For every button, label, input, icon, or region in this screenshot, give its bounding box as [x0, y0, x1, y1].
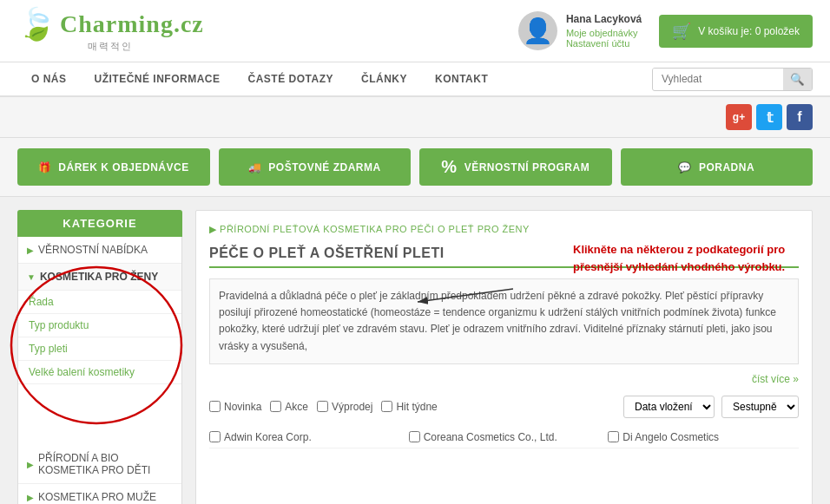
filter-akce[interactable]: Akce — [270, 401, 308, 413]
hit-label: Hit týdne — [396, 401, 437, 413]
read-more-link[interactable]: číst více » — [209, 373, 799, 385]
cart-icon: 🛒 — [672, 22, 691, 41]
coreana-checkbox[interactable] — [409, 431, 420, 442]
promo-bar: 🎁 DÁREK K OBJEDNÁVCE 🚚 POŠTOVNÉ ZDARMA %… — [0, 138, 830, 197]
twitter-icon[interactable]: 𝕥 — [756, 104, 782, 130]
sidebar-item-typ-produktu[interactable]: Typ produktu — [18, 314, 181, 337]
sidebar-item-rada[interactable]: Řada — [18, 291, 181, 314]
advisor-icon: 💬 — [678, 161, 692, 173]
logo[interactable]: 🍃 Charming.cz 매력적인 — [17, 9, 204, 53]
user-area: 👤 Hana Lacyková Moje objednávky Nastaven… — [518, 11, 642, 50]
product-row: Adwin Korea Corp. Coreana Cosmetics Co.,… — [209, 427, 799, 448]
nav-clanky[interactable]: ČLÁNKY — [347, 62, 421, 95]
product-diangelo[interactable]: Di Angelo Cosmetics — [608, 431, 799, 443]
social-bar: g+ 𝕥 f — [0, 97, 830, 138]
sidebar-title: KATEGORIE — [17, 210, 182, 237]
user-info: Hana Lacyková Moje objednávky Nastavení … — [566, 13, 642, 49]
sort-date-select[interactable]: Data vložení — [623, 396, 715, 418]
filter-bar: Novinka Akce Výprodej Hit týdne Data vlo… — [209, 396, 799, 418]
nav-uzitecne[interactable]: UŽITEČNÉ INFORMACE — [81, 62, 234, 95]
vyprodej-label: Výprodej — [332, 401, 372, 413]
akce-label: Akce — [285, 401, 308, 413]
avatar: 👤 — [518, 11, 557, 50]
nav-bar: O NÁS UŽITEČNÉ INFORMACE ČASTÉ DOTAZY ČL… — [0, 62, 830, 97]
diangelo-checkbox[interactable] — [608, 431, 619, 442]
sidebar-item-typ-pleti[interactable]: Typ pleti — [18, 337, 181, 361]
breadcrumb: ▶ PŘÍRODNÍ PLEŤOVÁ KOSMETIKA PRO PÉČI O … — [209, 224, 799, 235]
shipping-button[interactable]: 🚚 POŠTOVNÉ ZDARMA — [219, 148, 412, 186]
orders-link[interactable]: Moje objednávky — [566, 28, 642, 38]
user-name: Hana Lacyková — [566, 13, 642, 25]
section-header: PÉČE O PLEŤ A OŠETŘENÍ PLETI Klikněte na… — [209, 245, 799, 268]
product-cell-3: Di Angelo Cosmetics — [608, 431, 799, 443]
google-plus-icon[interactable]: g+ — [726, 104, 752, 130]
sidebar-item-kosmetika-zeny[interactable]: ▼ KOSMETIKA PRO ŽENY — [18, 264, 181, 291]
filter-hit[interactable]: Hit týdne — [381, 401, 437, 413]
hit-checkbox[interactable] — [381, 401, 392, 412]
site-header: 🍃 Charming.cz 매력적인 👤 Hana Lacyková Moje … — [0, 0, 830, 62]
search-input[interactable] — [653, 69, 783, 89]
coreana-label: Coreana Cosmetics Co., Ltd. — [424, 431, 557, 443]
typ-produktu-label: Typ produktu — [29, 319, 89, 331]
sort-order-select[interactable]: Sestupně — [721, 396, 799, 418]
loyalty-icon: % — [441, 157, 457, 177]
arrow-icon: ▶ — [27, 245, 34, 255]
breadcrumb-arrow: ▶ — [209, 224, 217, 234]
sort-controls: Data vložení Sestupně — [623, 396, 799, 418]
adwin-label: Adwin Korea Corp. — [224, 431, 312, 443]
product-adwin[interactable]: Adwin Korea Corp. — [209, 431, 400, 443]
gift-label: DÁREK K OBJEDNÁVCE — [58, 161, 188, 173]
sidebar-section: ▶ VĚRNOSTNÍ NABÍDKA ▼ KOSMETIKA PRO ŽENY… — [17, 237, 182, 504]
nav-o-nas[interactable]: O NÁS — [17, 62, 81, 95]
sidebar-item-prirodni[interactable]: ▶ PŘÍRODNÍ A BIO KOSMETIKA PRO DĚTI — [18, 445, 181, 484]
novinka-checkbox[interactable] — [209, 401, 221, 412]
velke-label: Velké balení kosmetiky — [29, 366, 135, 378]
adwin-checkbox[interactable] — [209, 431, 221, 442]
cart-area[interactable]: 🛒 V košíku je: 0 položek — [659, 15, 813, 48]
vyprodej-checkbox[interactable] — [317, 401, 328, 412]
product-cell-1: Adwin Korea Corp. — [209, 431, 400, 443]
loyalty-label: VĚRNOSTNÍ PROGRAM — [464, 161, 590, 173]
rada-label: Řada — [29, 296, 54, 308]
prirodni-label: PŘÍRODNÍ A BIO KOSMETIKA PRO DĚTI — [38, 452, 173, 476]
novinka-label: Novinka — [224, 401, 261, 413]
product-coreana[interactable]: Coreana Cosmetics Co., Ltd. — [409, 431, 600, 443]
search-box: 🔍 — [652, 68, 813, 91]
breadcrumb-text: PŘÍRODNÍ PLEŤOVÁ KOSMETIKA PRO PÉČI O PL… — [220, 224, 530, 234]
logo-korean: 매력적인 — [88, 40, 133, 53]
main-content: KATEGORIE ▶ VĚRNOSTNÍ NABÍDKA ▼ KOSMETIK… — [0, 197, 830, 504]
facebook-icon[interactable]: f — [787, 104, 813, 130]
cart-text: V košíku je: 0 položek — [698, 25, 800, 37]
content-area: ▶ PŘÍRODNÍ PLEŤOVÁ KOSMETIKA PRO PÉČI O … — [195, 210, 813, 504]
account-link[interactable]: Nastavení účtu — [566, 38, 642, 49]
akce-checkbox[interactable] — [270, 401, 281, 412]
header-right: 👤 Hana Lacyková Moje objednávky Nastaven… — [518, 11, 813, 50]
gift-button[interactable]: 🎁 DÁREK K OBJEDNÁVCE — [17, 148, 210, 186]
arrow-icon-4: ▶ — [27, 493, 34, 502]
filter-vyprodej[interactable]: Výprodej — [317, 401, 372, 413]
arrow-icon-3: ▶ — [27, 460, 34, 469]
muze-label: KOSMETIKA PRO MUŽE — [38, 491, 156, 503]
sidebar-item-vernostni-label: VĚRNOSTNÍ NABÍDKA — [38, 244, 148, 256]
advisor-label: PORADNA — [699, 161, 754, 173]
product-cell-2: Coreana Cosmetics Co., Ltd. — [409, 431, 600, 443]
diangelo-label: Di Angelo Cosmetics — [622, 431, 719, 443]
sidebar-item-vernostni[interactable]: ▶ VĚRNOSTNÍ NABÍDKA — [18, 237, 181, 264]
search-button[interactable]: 🔍 — [783, 69, 812, 90]
advisor-button[interactable]: 💬 PORADNA — [621, 148, 814, 186]
nav-kontakt[interactable]: KONTAKT — [421, 62, 502, 95]
nav-caste[interactable]: ČASTÉ DOTAZY — [234, 62, 347, 95]
shipping-label: POŠTOVNÉ ZDARMA — [268, 161, 380, 173]
arrow-icon-2: ▼ — [27, 272, 36, 282]
callout-text: Klikněte na některou z podkategorií pro … — [573, 241, 799, 275]
user-icon: 👤 — [523, 19, 553, 43]
filter-novinka[interactable]: Novinka — [209, 401, 261, 413]
user-links: Moje objednávky Nastavení účtu — [566, 28, 642, 49]
sidebar-kosmetika-label: KOSMETIKA PRO ŽENY — [40, 271, 158, 283]
loyalty-button[interactable]: % VĚRNOSTNÍ PROGRAM — [419, 148, 612, 186]
sidebar-item-muze[interactable]: ▶ KOSMETIKA PRO MUŽE — [18, 484, 181, 504]
nav-links: O NÁS UŽITEČNÉ INFORMACE ČASTÉ DOTAZY ČL… — [17, 62, 502, 95]
sidebar: KATEGORIE ▶ VĚRNOSTNÍ NABÍDKA ▼ KOSMETIK… — [17, 210, 182, 504]
product-description: Pravidelná a důkladná péče o pleť je zák… — [209, 278, 799, 364]
sidebar-item-velke[interactable]: Velké balení kosmetiky — [18, 361, 181, 384]
